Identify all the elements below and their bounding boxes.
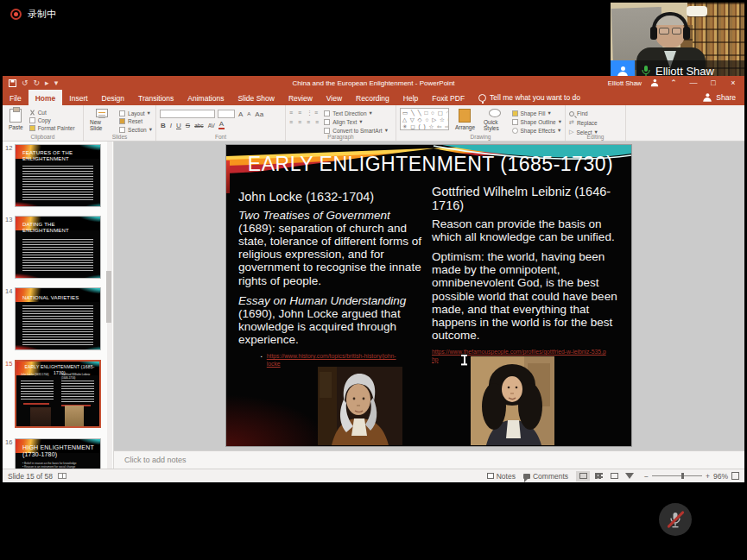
thumbnail-number: 12 <box>5 144 14 152</box>
arrange-icon <box>459 109 471 123</box>
thumbnail-number: 13 <box>5 216 14 223</box>
lightbulb-icon <box>478 94 486 102</box>
thumbnail-slide-12[interactable]: FEATURES OF THE ENLIGHTENMENT <box>15 144 101 207</box>
thumbnail-slide-13[interactable]: DATING THE ENLIGHTENMENT <box>15 216 101 279</box>
slide-left-textbox[interactable]: John Locke (1632-1704) Two Treatises of … <box>238 190 427 368</box>
reading-view-button[interactable] <box>607 471 621 481</box>
thumbnail-slide-14[interactable]: NATIONAL VARIETIES <box>15 287 101 350</box>
font-size-combobox[interactable] <box>218 110 235 118</box>
find-button[interactable]: Find <box>569 110 598 116</box>
shape-effects-button[interactable]: Shape Effects ▾ <box>512 127 561 134</box>
close-button[interactable]: × <box>727 79 739 87</box>
scrollbar-thumb[interactable] <box>106 271 111 323</box>
align-text-button[interactable]: Align Text ▾ <box>324 118 388 125</box>
slide-title[interactable]: EARLY ENLIGHTENMENT (1685-1730) <box>235 153 626 176</box>
save-icon[interactable] <box>9 79 16 87</box>
paste-button[interactable]: Paste <box>6 108 26 132</box>
slide-red-glow <box>226 394 330 446</box>
ribbon-tabs: File Home Insert Design Transitions Anim… <box>3 90 744 105</box>
ribbon-group-font: A A Aa B I U S abc AV A Font <box>156 105 286 141</box>
normal-view-button[interactable] <box>576 471 590 481</box>
spellcheck-icon[interactable] <box>58 473 66 479</box>
tab-help[interactable]: Help <box>396 90 425 105</box>
slide-show-button[interactable] <box>623 471 636 481</box>
clear-formatting-button[interactable]: Aa <box>254 110 264 118</box>
start-from-beginning-button[interactable]: ▸ <box>45 79 49 87</box>
slide-right-textbox[interactable]: Gottfried Wilhelm Leibniz (1646-1716) Re… <box>432 185 625 364</box>
undo-button[interactable]: ↺ <box>22 79 28 87</box>
font-name-combobox[interactable] <box>160 110 215 118</box>
list-buttons[interactable]: ≡ ≡ ⋮≡ ≡ ≡ ≡ ≡ <box>289 108 320 132</box>
tab-view[interactable]: View <box>320 90 349 105</box>
tab-slide-show[interactable]: Slide Show <box>231 90 282 105</box>
slide-canvas[interactable]: EARLY ENLIGHTENMENT (1685-1730) John Loc… <box>226 145 631 446</box>
tab-design[interactable]: Design <box>95 90 131 105</box>
shrink-font-button[interactable]: A <box>246 111 251 116</box>
strikethrough-button[interactable]: S <box>185 122 191 129</box>
tab-recording[interactable]: Recording <box>349 90 396 105</box>
underline-button[interactable]: U <box>175 122 182 129</box>
replace-button[interactable]: ⇄Replace <box>569 119 598 126</box>
zoom-out-button[interactable]: − <box>644 472 649 481</box>
thumbnail-slide-15-selected[interactable]: EARLY ENLIGHTENMENT (1685-1730) John Loc… <box>15 360 101 428</box>
thumbnail-body-text <box>22 166 93 200</box>
share-button[interactable]: Share <box>693 90 744 105</box>
notes-toggle[interactable]: Notes <box>487 472 516 481</box>
john-locke-portrait[interactable] <box>318 367 402 445</box>
recording-indicator: 录制中 <box>10 8 56 21</box>
copy-button[interactable]: Copy <box>29 117 75 123</box>
tab-foxit-pdf[interactable]: Foxit PDF <box>425 90 472 105</box>
thumbnail-scrollbar[interactable] <box>107 142 112 469</box>
new-slide-button[interactable]: New Slide <box>87 108 116 132</box>
quick-styles-icon <box>489 109 501 117</box>
thumbnail-number: 16 <box>5 438 14 446</box>
grow-font-button[interactable]: A <box>237 110 244 118</box>
tab-animations[interactable]: Animations <box>180 90 231 105</box>
fit-slide-to-window-button[interactable] <box>731 472 739 480</box>
tab-insert[interactable]: Insert <box>62 90 94 105</box>
leibniz-paragraph-2: Optimism: the world, having been made by… <box>432 250 625 342</box>
layout-button[interactable]: Layout ▾ <box>119 110 152 116</box>
comments-toggle[interactable]: Comments <box>523 472 568 481</box>
quick-styles-button[interactable]: Quick Styles <box>481 108 509 132</box>
shapes-gallery[interactable]: ▭ ╲ ╲ □ ○ ▢ ◠ △ ▽ ◇ ○ ▷ ☆ ⬡ ✳ ◻ ( ) ☆ ⇦ … <box>400 108 449 130</box>
mute-microphone-button[interactable] <box>659 503 692 536</box>
shape-outline-button[interactable]: Shape Outline ▾ <box>512 118 561 125</box>
restore-button[interactable]: □ <box>707 79 719 87</box>
webcam-tile[interactable]: Elliott Shaw <box>611 3 744 82</box>
font-color-button[interactable]: A <box>218 121 225 129</box>
zoom-slider-handle[interactable] <box>681 473 684 479</box>
tab-file[interactable]: File <box>3 90 28 105</box>
cut-button[interactable]: Cut <box>29 110 75 116</box>
redo-button[interactable]: ↻ <box>34 79 41 87</box>
tab-transitions[interactable]: Transitions <box>131 90 180 105</box>
leibniz-portrait[interactable] <box>471 356 554 445</box>
minimize-button[interactable]: — <box>687 79 700 87</box>
zoom-slider[interactable] <box>652 475 702 476</box>
bold-button[interactable]: B <box>160 122 167 129</box>
text-shadow-button[interactable]: abc <box>193 123 204 129</box>
tab-review[interactable]: Review <box>282 90 320 105</box>
text-direction-button[interactable]: Text Direction ▾ <box>324 110 388 116</box>
paste-icon <box>9 109 22 123</box>
notes-pane[interactable]: Click to add notes <box>114 450 744 469</box>
qat-customize-button[interactable]: ▾ <box>54 79 59 87</box>
italic-button[interactable]: I <box>169 122 173 129</box>
ribbon-content: Paste Cut Copy Format Painter Clipboard … <box>3 105 744 142</box>
tell-me-box[interactable]: Tell me what you want to do <box>472 90 587 105</box>
slide-sorter-view-button[interactable] <box>592 471 605 481</box>
arrange-button[interactable]: Arrange <box>453 108 478 132</box>
thumbnail-body-text <box>61 381 94 403</box>
shape-outline-icon <box>512 119 518 125</box>
thumbnail-slide-16[interactable]: HIGH ENLIGHTENMENT (1730-1780) Belief in… <box>15 438 101 469</box>
shape-fill-button[interactable]: Shape Fill ▾ <box>512 110 561 116</box>
ribbon-display-options-button[interactable]: ⌃ <box>668 79 680 87</box>
section-button[interactable]: Section ▾ <box>119 126 152 133</box>
tab-home[interactable]: Home <box>28 90 63 105</box>
character-spacing-button[interactable]: AV <box>207 123 216 129</box>
format-painter-button[interactable]: Format Painter <box>29 125 75 131</box>
zoom-in-button[interactable]: + <box>706 472 710 481</box>
reset-button[interactable]: Reset <box>119 118 152 124</box>
convert-smartart-button[interactable]: Convert to SmartArt ▾ <box>324 127 388 134</box>
scissors-icon <box>29 110 35 116</box>
